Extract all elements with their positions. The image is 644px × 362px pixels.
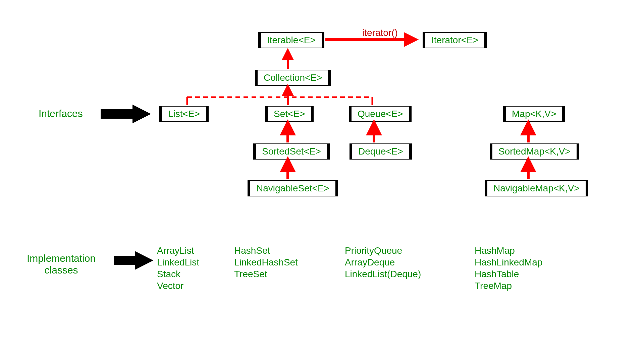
impl-class-item: LinkedList [157,256,199,268]
label-implementation-classes: Implementation classes [27,253,96,276]
impl-class-item: TreeMap [475,280,542,292]
impl-class-item: ArrayDeque [345,256,421,268]
box-sortedset: SortedSet<E> [253,143,330,160]
impl-class-item: Vector [157,280,199,292]
svg-marker-3 [135,251,153,270]
impl-class-item: Stack [157,268,199,280]
svg-rect-0 [101,109,132,119]
impl-list-list: ArrayListLinkedListStackVector [157,245,199,292]
box-iterator: Iterator<E> [423,32,487,48]
impl-class-item: TreeSet [234,268,298,280]
impl-class-item: LinkedList(Deque) [345,268,421,280]
box-navigablemap: NavigableMap<K,V> [485,180,588,196]
impl-list-set: HashSetLinkedHashSetTreeSet [234,245,298,280]
box-queue: Queue<E> [349,106,412,122]
box-set: Set<E> [265,106,314,122]
impl-class-item: ArrayList [157,245,199,256]
box-map: Map<K,V> [503,106,565,122]
box-list: List<E> [159,106,209,122]
box-collection: Collection<E> [255,70,331,86]
impl-class-item: HashSet [234,245,298,256]
box-deque: Deque<E> [350,143,412,160]
impl-label-line2: classes [45,264,78,276]
impl-class-item: HashTable [475,268,542,280]
impl-class-item: LinkedHashSet [234,256,298,268]
black-arrow-implementation-icon [114,251,153,270]
box-sortedmap: SortedMap<K,V> [490,143,579,160]
box-iterable: Iterable<E> [258,32,324,48]
svg-marker-1 [132,105,151,123]
label-interfaces: Interfaces [39,108,83,119]
impl-label-line1: Implementation [27,253,96,264]
impl-list-map: HashMapHashLinkedMapHashTableTreeMap [475,245,542,292]
box-navigableset: NavigableSet<E> [248,180,338,196]
impl-class-item: HashMap [475,245,542,256]
impl-list-queue: PriorityQueueArrayDequeLinkedList(Deque) [345,245,421,280]
black-arrow-interfaces-icon [101,105,151,123]
impl-class-item: PriorityQueue [345,245,421,256]
label-iterator-method: iterator() [362,27,398,38]
svg-rect-2 [114,256,135,265]
impl-class-item: HashLinkedMap [475,256,542,268]
